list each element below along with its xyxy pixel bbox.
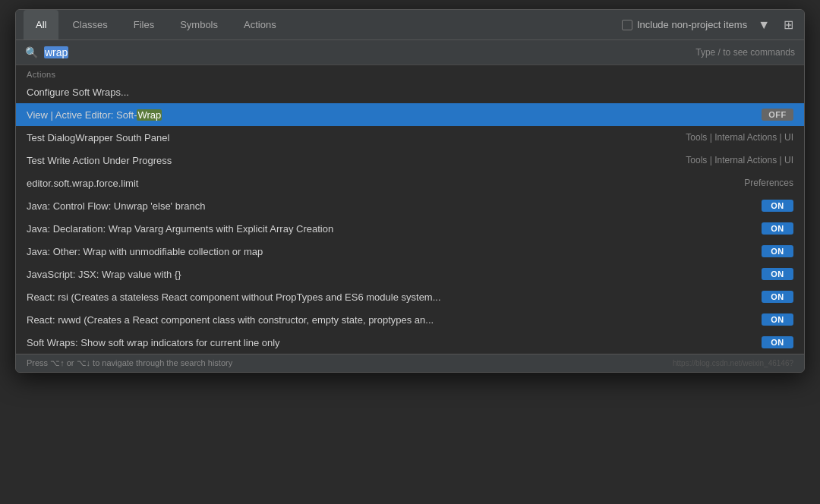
search-dialog: All Classes Files Symbols Actions Includ… <box>15 9 805 373</box>
toggle-on-button[interactable]: ON <box>762 200 793 212</box>
row-label: JavaScript: JSX: Wrap value with {} <box>27 269 755 280</box>
row-right-toggle: ON <box>762 245 793 257</box>
tab-files[interactable]: Files <box>121 10 166 39</box>
row-label: Configure Soft Wraps... <box>27 87 793 98</box>
tab-bar: All Classes Files Symbols Actions Includ… <box>16 10 804 40</box>
header-right: Include non-project items ▼ ⊞ <box>622 16 796 33</box>
row-right: Tools | Internal Actions | UI <box>686 132 793 143</box>
section-actions-label: Actions <box>16 65 804 80</box>
tab-actions[interactable]: Actions <box>232 10 289 39</box>
row-category: Tools | Internal Actions | UI <box>686 132 793 143</box>
result-row-java-control-flow[interactable]: Java: Control Flow: Unwrap 'else' branch… <box>16 194 804 217</box>
row-right-toggle: ON <box>762 291 793 303</box>
row-label: View | Active Editor: Soft-Wrap <box>27 109 755 121</box>
result-row-java-declaration[interactable]: Java: Declaration: Wrap Vararg Arguments… <box>16 217 804 240</box>
row-right: Preferences <box>744 178 793 188</box>
toggle-on-button[interactable]: ON <box>762 222 793 235</box>
toggle-on-button[interactable]: ON <box>762 291 793 303</box>
row-right-toggle: ON <box>762 222 793 235</box>
result-row-test-dialog[interactable]: Test DialogWrapper South Panel Tools | I… <box>16 126 804 149</box>
result-row-react-rsi[interactable]: React: rsi (Creates a stateless React co… <box>16 285 804 308</box>
result-row-jsx-wrap[interactable]: JavaScript: JSX: Wrap value with {} ON <box>16 263 804 285</box>
row-category: Preferences <box>744 178 793 188</box>
row-label: React: rsi (Creates a stateless React co… <box>27 291 755 303</box>
result-row-soft-wraps-show[interactable]: Soft Wraps: Show soft wrap indicators fo… <box>16 331 804 354</box>
search-bar: 🔍 wrap Type / to see commands <box>16 40 804 65</box>
search-display[interactable]: wrap <box>44 46 68 58</box>
row-label: Test Write Action Under Progress <box>27 155 680 166</box>
row-right-toggle: ON <box>762 200 793 212</box>
row-label: editor.soft.wrap.force.limit <box>27 178 738 189</box>
search-hint: Type / to see commands <box>695 47 795 58</box>
row-label: Java: Other: Wrap with unmodifiable coll… <box>27 246 755 257</box>
toggle-on-button[interactable]: ON <box>762 313 793 326</box>
row-label: Test DialogWrapper South Panel <box>27 132 680 143</box>
row-label: Soft Wraps: Show soft wrap indicators fo… <box>27 337 755 348</box>
row-category: Tools | Internal Actions | UI <box>686 155 793 165</box>
row-label: React: rwwd (Creates a React component c… <box>27 314 755 326</box>
row-right-toggle: OFF <box>762 109 793 121</box>
footer-hint: Press ⌥↑ or ⌥↓ to navigate through the s… <box>27 358 232 368</box>
include-non-project-checkbox[interactable] <box>622 20 632 30</box>
result-row-editor-soft-wrap[interactable]: editor.soft.wrap.force.limit Preferences <box>16 172 804 194</box>
tab-all[interactable]: All <box>24 10 58 39</box>
result-row-java-other[interactable]: Java: Other: Wrap with unmodifiable coll… <box>16 240 804 263</box>
search-highlight: wrap <box>44 46 68 58</box>
filter-icon[interactable]: ▼ <box>755 17 773 33</box>
result-row-configure-soft-wraps[interactable]: Configure Soft Wraps... <box>16 80 804 103</box>
layout-icon[interactable]: ⊞ <box>781 16 796 33</box>
wrap-highlight: Wrap <box>137 109 162 121</box>
row-right-toggle: ON <box>762 336 793 348</box>
search-input-wrapper: wrap <box>44 46 689 58</box>
row-label: Java: Declaration: Wrap Vararg Arguments… <box>27 223 755 235</box>
result-row-test-write[interactable]: Test Write Action Under Progress Tools |… <box>16 149 804 172</box>
include-non-project-label[interactable]: Include non-project items <box>622 19 747 30</box>
footer-url: https://blog.csdn.net/weixin_46146? <box>673 359 793 367</box>
tab-classes[interactable]: Classes <box>60 10 119 39</box>
result-row-react-rwwd[interactable]: React: rwwd (Creates a React component c… <box>16 308 804 331</box>
include-non-project-text: Include non-project items <box>637 19 747 30</box>
result-row-view-soft-wrap[interactable]: View | Active Editor: Soft-Wrap OFF <box>16 103 804 126</box>
toggle-off-button[interactable]: OFF <box>762 109 793 121</box>
row-right-toggle: ON <box>762 268 793 280</box>
search-magnifier-icon: 🔍 <box>25 46 38 58</box>
toggle-on-button[interactable]: ON <box>762 336 793 348</box>
row-right-toggle: ON <box>762 313 793 326</box>
row-right: Tools | Internal Actions | UI <box>686 155 793 165</box>
toggle-on-button[interactable]: ON <box>762 245 793 257</box>
row-label: Java: Control Flow: Unwrap 'else' branch <box>27 200 755 212</box>
footer: Press ⌥↑ or ⌥↓ to navigate through the s… <box>16 354 804 372</box>
toggle-on-button[interactable]: ON <box>762 268 793 280</box>
tab-symbols[interactable]: Symbols <box>168 10 230 39</box>
results-area: Actions Configure Soft Wraps... View | A… <box>16 65 804 354</box>
